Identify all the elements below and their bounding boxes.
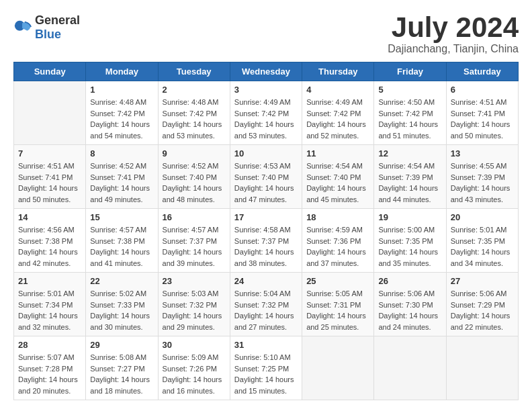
calendar-week-2: 7Sunrise: 4:51 AMSunset: 7:41 PMDaylight… <box>14 145 519 209</box>
day-number: 5 <box>378 85 441 95</box>
calendar-cell: 4Sunrise: 4:49 AMSunset: 7:42 PMDaylight… <box>302 81 374 145</box>
day-number: 10 <box>234 148 298 158</box>
calendar-week-1: 1Sunrise: 4:48 AMSunset: 7:42 PMDaylight… <box>14 81 519 145</box>
calendar-cell: 5Sunrise: 4:50 AMSunset: 7:42 PMDaylight… <box>374 81 446 145</box>
column-header-sunday: Sunday <box>14 62 86 81</box>
calendar-cell: 6Sunrise: 4:51 AMSunset: 7:41 PMDaylight… <box>446 81 518 145</box>
calendar-cell: 13Sunrise: 4:55 AMSunset: 7:39 PMDayligh… <box>446 145 518 209</box>
day-number: 26 <box>378 276 441 286</box>
calendar-cell: 12Sunrise: 4:54 AMSunset: 7:39 PMDayligh… <box>374 145 446 209</box>
day-number: 15 <box>90 212 153 222</box>
day-info: Sunrise: 4:50 AMSunset: 7:42 PMDaylight:… <box>378 97 441 141</box>
calendar-cell: 15Sunrise: 4:57 AMSunset: 7:38 PMDayligh… <box>86 209 158 273</box>
day-info: Sunrise: 4:57 AMSunset: 7:38 PMDaylight:… <box>90 224 153 269</box>
logo-text: General Blue <box>35 13 80 42</box>
calendar-cell: 29Sunrise: 5:08 AMSunset: 7:27 PMDayligh… <box>86 336 158 400</box>
day-info: Sunrise: 4:58 AMSunset: 7:37 PMDaylight:… <box>234 224 298 269</box>
calendar-cell: 18Sunrise: 4:59 AMSunset: 7:36 PMDayligh… <box>302 209 374 273</box>
day-info: Sunrise: 5:01 AMSunset: 7:34 PMDaylight:… <box>18 288 81 332</box>
day-info: Sunrise: 4:55 AMSunset: 7:39 PMDaylight:… <box>451 161 514 205</box>
calendar-cell: 8Sunrise: 4:52 AMSunset: 7:41 PMDaylight… <box>86 145 158 209</box>
day-number: 22 <box>90 276 153 286</box>
calendar-cell: 2Sunrise: 4:48 AMSunset: 7:42 PMDaylight… <box>158 81 230 145</box>
day-info: Sunrise: 4:52 AMSunset: 7:40 PMDaylight:… <box>163 161 226 205</box>
day-info: Sunrise: 5:01 AMSunset: 7:35 PMDaylight:… <box>451 224 514 269</box>
day-number: 4 <box>306 85 369 95</box>
day-info: Sunrise: 4:56 AMSunset: 7:38 PMDaylight:… <box>18 224 81 269</box>
day-number: 16 <box>163 212 226 222</box>
location-subtitle: Dajianchang, Tianjin, China <box>388 43 519 55</box>
day-number: 9 <box>163 148 226 158</box>
day-number: 17 <box>234 212 298 222</box>
day-number: 7 <box>18 148 81 158</box>
day-number: 2 <box>163 85 226 95</box>
day-info: Sunrise: 4:48 AMSunset: 7:42 PMDaylight:… <box>90 97 153 141</box>
calendar-cell: 9Sunrise: 4:52 AMSunset: 7:40 PMDaylight… <box>158 145 230 209</box>
calendar-header-row: SundayMondayTuesdayWednesdayThursdayFrid… <box>14 62 519 81</box>
day-number: 6 <box>451 85 514 95</box>
day-number: 20 <box>451 212 514 222</box>
day-info: Sunrise: 5:09 AMSunset: 7:26 PMDaylight:… <box>163 352 226 396</box>
calendar-cell: 22Sunrise: 5:02 AMSunset: 7:33 PMDayligh… <box>86 273 158 336</box>
day-number: 27 <box>451 276 514 286</box>
day-info: Sunrise: 5:02 AMSunset: 7:33 PMDaylight:… <box>90 288 153 332</box>
calendar-week-4: 21Sunrise: 5:01 AMSunset: 7:34 PMDayligh… <box>14 273 519 336</box>
column-header-thursday: Thursday <box>302 62 374 81</box>
day-number: 23 <box>163 276 226 286</box>
calendar-cell: 3Sunrise: 4:49 AMSunset: 7:42 PMDaylight… <box>230 81 302 145</box>
day-info: Sunrise: 4:54 AMSunset: 7:39 PMDaylight:… <box>378 161 441 205</box>
day-info: Sunrise: 4:57 AMSunset: 7:37 PMDaylight:… <box>163 224 226 269</box>
day-number: 31 <box>234 340 298 350</box>
calendar-cell: 27Sunrise: 5:06 AMSunset: 7:29 PMDayligh… <box>446 273 518 336</box>
calendar-cell: 7Sunrise: 4:51 AMSunset: 7:41 PMDaylight… <box>14 145 86 209</box>
day-number: 11 <box>306 148 369 158</box>
day-info: Sunrise: 4:59 AMSunset: 7:36 PMDaylight:… <box>306 224 369 269</box>
calendar-cell <box>374 336 446 400</box>
day-number: 14 <box>18 212 81 222</box>
day-info: Sunrise: 4:49 AMSunset: 7:42 PMDaylight:… <box>306 97 369 141</box>
day-info: Sunrise: 4:52 AMSunset: 7:41 PMDaylight:… <box>90 161 153 205</box>
day-info: Sunrise: 5:05 AMSunset: 7:31 PMDaylight:… <box>306 288 369 332</box>
day-info: Sunrise: 4:51 AMSunset: 7:41 PMDaylight:… <box>18 161 81 205</box>
day-number: 18 <box>306 212 369 222</box>
day-info: Sunrise: 4:53 AMSunset: 7:40 PMDaylight:… <box>234 161 298 205</box>
calendar-cell: 25Sunrise: 5:05 AMSunset: 7:31 PMDayligh… <box>302 273 374 336</box>
day-number: 8 <box>90 148 153 158</box>
day-info: Sunrise: 5:06 AMSunset: 7:30 PMDaylight:… <box>378 288 441 332</box>
calendar-cell: 10Sunrise: 4:53 AMSunset: 7:40 PMDayligh… <box>230 145 302 209</box>
calendar-cell: 23Sunrise: 5:03 AMSunset: 7:32 PMDayligh… <box>158 273 230 336</box>
day-number: 29 <box>90 340 153 350</box>
calendar-cell: 26Sunrise: 5:06 AMSunset: 7:30 PMDayligh… <box>374 273 446 336</box>
calendar-cell: 24Sunrise: 5:04 AMSunset: 7:32 PMDayligh… <box>230 273 302 336</box>
day-number: 13 <box>451 148 514 158</box>
title-section: July 2024 Dajianchang, Tianjin, China <box>388 13 519 55</box>
column-header-wednesday: Wednesday <box>230 62 302 81</box>
calendar-table: SundayMondayTuesdayWednesdayThursdayFrid… <box>13 62 519 400</box>
day-info: Sunrise: 5:04 AMSunset: 7:32 PMDaylight:… <box>234 288 298 332</box>
calendar-cell: 20Sunrise: 5:01 AMSunset: 7:35 PMDayligh… <box>446 209 518 273</box>
day-number: 19 <box>378 212 441 222</box>
calendar-week-5: 28Sunrise: 5:07 AMSunset: 7:28 PMDayligh… <box>14 336 519 400</box>
calendar-cell: 21Sunrise: 5:01 AMSunset: 7:34 PMDayligh… <box>14 273 86 336</box>
calendar-cell <box>302 336 374 400</box>
column-header-tuesday: Tuesday <box>158 62 230 81</box>
day-number: 3 <box>234 85 298 95</box>
logo: General Blue <box>13 13 80 42</box>
day-info: Sunrise: 4:48 AMSunset: 7:42 PMDaylight:… <box>163 97 226 141</box>
column-header-saturday: Saturday <box>446 62 518 81</box>
day-info: Sunrise: 5:06 AMSunset: 7:29 PMDaylight:… <box>451 288 514 332</box>
calendar-cell <box>14 81 86 145</box>
day-info: Sunrise: 5:07 AMSunset: 7:28 PMDaylight:… <box>18 352 81 396</box>
page-header: General Blue July 2024 Dajianchang, Tian… <box>13 13 519 55</box>
calendar-week-3: 14Sunrise: 4:56 AMSunset: 7:38 PMDayligh… <box>14 209 519 273</box>
calendar-cell: 17Sunrise: 4:58 AMSunset: 7:37 PMDayligh… <box>230 209 302 273</box>
day-number: 1 <box>90 85 153 95</box>
calendar-cell: 28Sunrise: 5:07 AMSunset: 7:28 PMDayligh… <box>14 336 86 400</box>
column-header-monday: Monday <box>86 62 158 81</box>
day-info: Sunrise: 5:08 AMSunset: 7:27 PMDaylight:… <box>90 352 153 396</box>
calendar-cell: 11Sunrise: 4:54 AMSunset: 7:40 PMDayligh… <box>302 145 374 209</box>
calendar-cell: 30Sunrise: 5:09 AMSunset: 7:26 PMDayligh… <box>158 336 230 400</box>
day-info: Sunrise: 4:54 AMSunset: 7:40 PMDaylight:… <box>306 161 369 205</box>
day-number: 30 <box>163 340 226 350</box>
logo-icon <box>13 18 32 37</box>
